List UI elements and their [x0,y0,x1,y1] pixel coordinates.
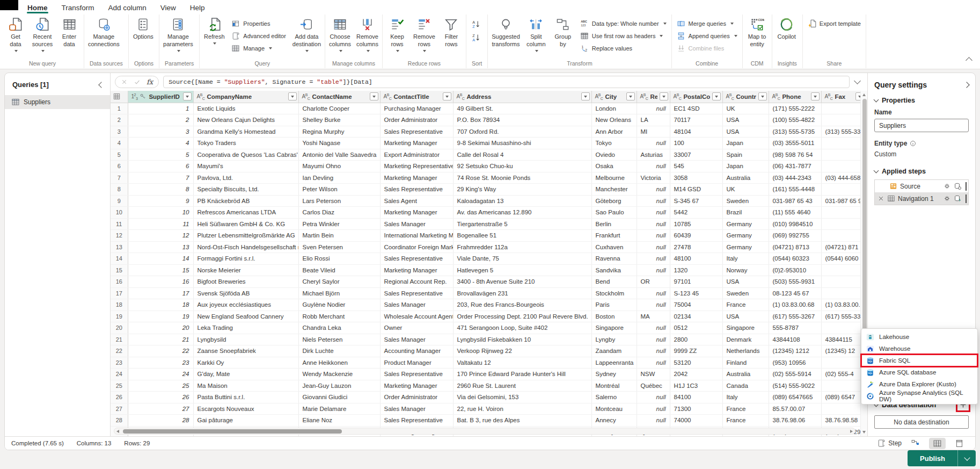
cell[interactable]: null [637,299,670,311]
cell[interactable]: Australia [722,172,769,184]
cell[interactable]: 5442 [670,207,722,219]
cell[interactable]: Berlin [591,218,637,230]
scroll-down-icon[interactable] [862,431,866,434]
cell[interactable]: 29 King's Way [453,184,591,196]
cell[interactable]: Kaloadagatan 13 [453,195,591,207]
cell[interactable]: Marketing Manager [380,207,453,219]
data-view-button[interactable] [929,438,946,449]
cell[interactable]: London [591,103,637,114]
cell[interactable]: (171) 555-2222 [769,103,821,114]
row-number[interactable]: 18 [111,299,128,311]
cell[interactable]: Calle del Rosal 4 [453,149,591,161]
column-header-contacttitle[interactable]: ABCContactTitle [380,91,453,103]
cell[interactable]: Svensk Sjöföda AB [193,287,298,299]
cell[interactable]: Robb Merchant [298,311,380,322]
cell[interactable]: 4 [128,138,193,149]
cell[interactable]: null [637,195,670,207]
column-header-city[interactable]: ABCCity [591,91,637,103]
cell[interactable]: Italy [722,253,769,265]
cell[interactable]: (617) 555-3267 [769,311,821,322]
collapse-queries-pane-icon[interactable] [98,82,104,88]
row-number[interactable]: 6 [111,161,128,172]
row-number[interactable]: 28 [111,415,128,427]
properties-button[interactable]: Properties [229,18,288,29]
row-number[interactable]: 8 [111,184,128,196]
cell[interactable]: Osaka [591,161,637,172]
cell[interactable]: 6 [128,161,193,172]
cell[interactable]: Denmark [722,334,769,345]
row-number[interactable]: 4 [111,138,128,149]
column-header-address[interactable]: ABCAddress [453,91,591,103]
cell[interactable]: Melbourne [591,172,637,184]
cell[interactable]: Sales Agent [380,195,453,207]
row-number[interactable]: 10 [111,207,128,219]
cell[interactable]: 26 [128,392,193,403]
cell[interactable]: Refrescos Americanas LTDA [193,207,298,219]
cell[interactable]: Tiergartenstraße 5 [453,218,591,230]
menu-item-azure-data-explorer-kusto[interactable]: Azure Data Explorer (Kusto) [861,378,977,390]
cell[interactable]: 84100 [670,392,722,403]
cell[interactable] [821,380,866,392]
cell[interactable]: 2960 Rue St. Laurent [453,380,591,392]
row-number[interactable]: 20 [111,322,128,334]
cell[interactable]: 18 [128,299,193,311]
publish-button[interactable]: Publish [908,450,957,466]
cell[interactable] [821,357,866,369]
cell[interactable]: null [637,253,670,265]
replace-values-button[interactable]: 12Replace values [578,43,669,54]
cell[interactable]: Pavlova, Ltd. [193,172,298,184]
cell[interactable]: 13 [128,241,193,253]
cell[interactable]: 3058 [670,172,722,184]
cell[interactable] [821,103,866,114]
cell[interactable]: Ian Devling [298,172,380,184]
cell[interactable]: 1320 [670,264,722,276]
refresh-button[interactable]: Refresh [201,16,228,46]
cell[interactable]: Export Administrator [380,149,453,161]
cell[interactable]: 43844115 [821,334,866,345]
cell[interactable]: 9 [128,195,193,207]
applied-step-navigation-1[interactable]: Navigation 1 [875,192,968,205]
collapse-query-settings-icon[interactable] [963,82,969,88]
cell[interactable]: LA [637,114,670,126]
cell[interactable]: New Orleans Cajun Delights [193,114,298,126]
cell[interactable]: 11 [128,218,193,230]
cell[interactable]: Japan [722,138,769,149]
column-header-contactname[interactable]: ABCContactName [298,91,380,103]
cell[interactable]: Antonio del Valle Saavedra [298,149,380,161]
cell[interactable]: (0)2-953010 [769,264,821,276]
cell[interactable]: 2800 [670,334,722,345]
cell[interactable]: Cuxhaven [591,241,637,253]
expand-formula-bar-icon[interactable] [854,77,861,84]
cell[interactable]: USA [722,126,769,138]
cell[interactable]: G'day, Mate [193,369,298,380]
cell[interactable]: (0544) 6060 [821,253,866,265]
cell[interactable]: (617) 555-33 [821,311,866,322]
cell[interactable]: Marketing Manager [380,380,453,392]
cell[interactable]: France [722,403,769,415]
cell[interactable]: Australia [722,369,769,380]
cell[interactable]: 08-123 45 67 [769,287,821,299]
cell[interactable]: PB Knäckebröd AB [193,195,298,207]
row-number[interactable]: 22 [111,345,128,357]
cancel-formula-icon[interactable] [121,78,128,85]
cell[interactable]: Cooperativa de Quesos 'Las Cabras' [193,149,298,161]
cell[interactable]: NSW [637,369,670,380]
cell[interactable]: 471 Serangoon Loop, Suite #402 [453,322,591,334]
cell[interactable]: Guylène Nodier [298,299,380,311]
row-number[interactable]: 7 [111,172,128,184]
cell[interactable]: Tokyo [591,138,637,149]
cell[interactable]: Paris [591,299,637,311]
cell[interactable]: Elio Rossi [298,253,380,265]
cell[interactable]: Singapore [591,322,637,334]
cell[interactable]: Plutzer Lebensmittelgroßmärkte AG [193,230,298,242]
column-header-supplierid[interactable]: 123SupplierID [128,91,193,103]
menu-item-fabric-sql[interactable]: SQLFabric SQL [861,355,977,366]
cell[interactable]: Brazil [722,207,769,219]
cell[interactable]: 23 [128,357,193,369]
cell[interactable]: 71300 [670,403,722,415]
cell[interactable]: Norway [722,264,769,276]
cell[interactable]: null [637,322,670,334]
cell[interactable]: Montceau [591,403,637,415]
cell[interactable]: (12345) 1212 [769,345,821,357]
cell[interactable]: Order Administrator [380,114,453,126]
